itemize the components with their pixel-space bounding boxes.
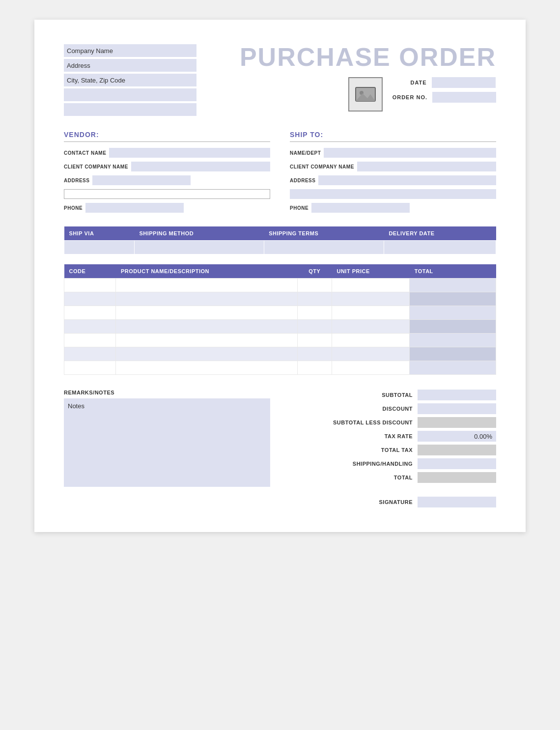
company-city-state-zip-field[interactable]: City, State, Zip Code	[64, 74, 196, 86]
shipping-handling-input[interactable]	[418, 458, 496, 469]
item-qty[interactable]	[297, 306, 332, 320]
ship-to-title: SHIP TO:	[290, 131, 496, 142]
total-tax-input[interactable]	[418, 445, 496, 455]
shipping-terms-cell[interactable]	[264, 241, 384, 254]
item-code[interactable]	[64, 347, 116, 361]
item-code[interactable]	[64, 292, 116, 306]
delivery-date-cell[interactable]	[384, 241, 496, 254]
signature-row: SIGNATURE	[290, 497, 496, 507]
ship-to-block: SHIP TO: NAME/DEPT CLIENT COMPANY NAME A…	[290, 131, 496, 217]
subtotal-less-discount-input[interactable]	[418, 417, 496, 428]
item-total[interactable]	[410, 279, 496, 292]
company-name-field[interactable]: Company Name	[64, 44, 196, 57]
item-total[interactable]	[410, 320, 496, 334]
item-unit-price[interactable]	[332, 292, 409, 306]
item-name[interactable]	[116, 320, 297, 334]
item-code[interactable]	[64, 334, 116, 347]
vendor-company-label: CLIENT COMPANY NAME	[64, 164, 128, 169]
item-qty[interactable]	[297, 320, 332, 334]
ship-phone-label: PHONE	[290, 205, 308, 211]
item-code[interactable]	[64, 320, 116, 334]
code-header: CODE	[64, 264, 116, 279]
ship-address-row: ADDRESS	[290, 175, 496, 185]
company-extra-field-2[interactable]	[64, 103, 196, 116]
ship-address-input[interactable]	[318, 175, 496, 185]
vendor-address-row: ADDRESS	[64, 175, 270, 185]
item-qty[interactable]	[297, 292, 332, 306]
item-qty[interactable]	[297, 347, 332, 361]
image-icon	[355, 84, 376, 105]
item-name[interactable]	[116, 306, 297, 320]
tax-rate-input[interactable]: 0.00%	[418, 431, 496, 442]
vendor-contact-input[interactable]	[109, 148, 270, 158]
qty-header: QTY	[297, 264, 332, 279]
shipping-method-cell[interactable]	[134, 241, 264, 254]
vendor-phone-row: PHONE	[64, 203, 270, 213]
order-no-input[interactable]	[432, 92, 496, 103]
item-code[interactable]	[64, 306, 116, 320]
item-total[interactable]	[410, 347, 496, 361]
shipping-handling-label: SHIPPING/HANDLING	[324, 461, 413, 467]
delivery-date-header: DELIVERY DATE	[384, 226, 496, 241]
company-extra-field-1[interactable]	[64, 88, 196, 101]
subtotal-input[interactable]	[418, 390, 496, 400]
total-input[interactable]	[418, 472, 496, 483]
ship-company-input[interactable]	[357, 162, 496, 171]
item-name[interactable]	[116, 279, 297, 292]
shipping-terms-header: SHIPPING TERMS	[264, 226, 384, 241]
item-total[interactable]	[410, 361, 496, 375]
item-code[interactable]	[64, 361, 116, 375]
ship-phone-input[interactable]	[311, 203, 410, 213]
vendor-company-row: CLIENT COMPANY NAME	[64, 162, 270, 171]
ship-name-dept-row: NAME/DEPT	[290, 148, 496, 158]
item-total[interactable]	[410, 334, 496, 347]
item-qty[interactable]	[297, 334, 332, 347]
discount-input[interactable]	[418, 403, 496, 414]
item-code[interactable]	[64, 279, 116, 292]
ship-address2-input[interactable]	[290, 189, 496, 199]
vendor-phone-input[interactable]	[85, 203, 184, 213]
date-input[interactable]	[432, 77, 496, 88]
item-qty[interactable]	[297, 279, 332, 292]
table-row	[64, 292, 496, 306]
item-unit-price[interactable]	[332, 347, 409, 361]
item-unit-price[interactable]	[332, 361, 409, 375]
footer-section: REMARKS/NOTES Notes SUBTOTAL DISCOUNT SU…	[64, 390, 496, 507]
table-row	[64, 361, 496, 375]
item-total[interactable]	[410, 306, 496, 320]
item-unit-price[interactable]	[332, 334, 409, 347]
company-address-field[interactable]: Address	[64, 59, 196, 72]
subtotal-label: SUBTOTAL	[324, 392, 413, 398]
purchase-order-page: Company Name Address City, State, Zip Co…	[34, 20, 526, 532]
item-unit-price[interactable]	[332, 306, 409, 320]
item-name[interactable]	[116, 334, 297, 347]
item-name[interactable]	[116, 347, 297, 361]
table-row	[64, 279, 496, 292]
remarks-label: REMARKS/NOTES	[64, 390, 270, 395]
table-row	[64, 306, 496, 320]
item-unit-price[interactable]	[332, 320, 409, 334]
notes-content[interactable]: Notes	[64, 398, 270, 487]
signature-label: SIGNATURE	[324, 499, 413, 505]
subtotal-less-discount-row: SUBTOTAL LESS DISCOUNT	[290, 417, 496, 428]
ship-via-cell[interactable]	[64, 241, 135, 254]
item-name[interactable]	[116, 292, 297, 306]
table-row	[64, 347, 496, 361]
ship-phone-row: PHONE	[290, 203, 496, 213]
vendor-title: VENDOR:	[64, 131, 270, 142]
discount-row: DISCOUNT	[290, 403, 496, 414]
company-info: Company Name Address City, State, Zip Co…	[64, 44, 201, 116]
item-qty[interactable]	[297, 361, 332, 375]
header: Company Name Address City, State, Zip Co…	[64, 44, 496, 116]
ship-address-label: ADDRESS	[290, 178, 315, 183]
signature-input[interactable]	[418, 497, 496, 507]
vendor-address-input[interactable]	[92, 175, 191, 185]
ship-name-dept-input[interactable]	[324, 148, 496, 158]
vendor-address2-input[interactable]	[64, 189, 270, 199]
unit-price-header: UNIT PRICE	[332, 264, 409, 279]
item-unit-price[interactable]	[332, 279, 409, 292]
item-name[interactable]	[116, 361, 297, 375]
item-total[interactable]	[410, 292, 496, 306]
vendor-company-input[interactable]	[131, 162, 270, 171]
ship-name-dept-label: NAME/DEPT	[290, 150, 321, 156]
